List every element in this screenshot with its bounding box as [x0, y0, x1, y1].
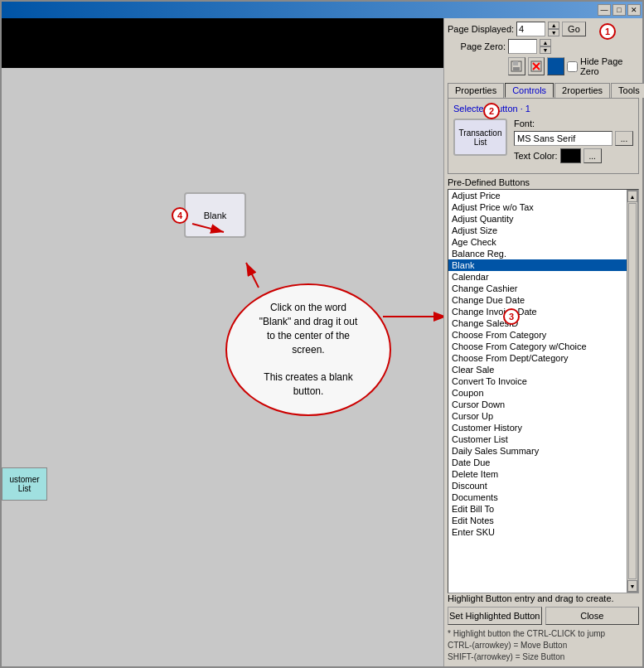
- list-item[interactable]: Edit Notes: [448, 515, 627, 526]
- list-item[interactable]: Discount: [448, 480, 627, 491]
- page-displayed-up[interactable]: ▲: [548, 22, 559, 29]
- hint-text: * Highlight button the CTRL-CLICK to jum…: [448, 628, 639, 663]
- list-item[interactable]: Change Due Date: [448, 294, 627, 306]
- page-zero-up[interactable]: ▲: [540, 39, 551, 46]
- list-item[interactable]: Adjust Price: [448, 190, 627, 201]
- list-item[interactable]: Coupon: [448, 387, 627, 399]
- main-area: ustomer List Blank Click on the word"Bla…: [2, 18, 642, 666]
- list-item[interactable]: Cursor Up: [448, 410, 627, 422]
- list-scrollbar[interactable]: ▲ ▼: [627, 190, 638, 593]
- list-item[interactable]: Documents: [448, 491, 627, 503]
- canvas-area: ustomer List Blank Click on the word"Bla…: [2, 18, 443, 666]
- hint-line-3: SHIFT-(arrowkey) = Size Button: [448, 651, 639, 663]
- page-displayed-spinners: ▲ ▼: [548, 22, 559, 36]
- list-item[interactable]: Change Invoice Date: [448, 306, 627, 317]
- hint-line-1: * Highlight button the CTRL-CLICK to jum…: [448, 628, 639, 640]
- maximize-button[interactable]: □: [613, 4, 626, 16]
- page-displayed-label: Page Displayed:: [448, 24, 514, 34]
- annotation-badge-4: 4: [172, 207, 188, 224]
- bottom-buttons: Set Highlighted Button Close: [448, 607, 639, 625]
- list-item[interactable]: Adjust Price w/o Tax: [448, 201, 627, 213]
- hint-line-2: CTRL-(arrowkey) = Move Button: [448, 640, 639, 651]
- selected-button-label: Selected Button · 1: [453, 104, 633, 114]
- svg-rect-6: [513, 67, 520, 70]
- text-color-swatch[interactable]: [560, 148, 581, 163]
- list-item[interactable]: Cursor Down: [448, 399, 627, 410]
- annotation-badge-2: 2: [483, 103, 500, 119]
- list-item[interactable]: Choose From Dept/Category: [448, 352, 627, 364]
- tab-cproperties[interactable]: 2roperties: [554, 83, 610, 98]
- blank-canvas-button[interactable]: Blank: [184, 192, 246, 238]
- hide-page-zero-row: Hide Page Zero: [567, 56, 639, 76]
- list-item[interactable]: Calendar: [448, 271, 627, 283]
- page-displayed-input[interactable]: 4: [516, 22, 545, 36]
- font-row: Font:: [514, 119, 633, 128]
- font-label: Font:: [514, 119, 535, 128]
- svg-rect-5: [513, 61, 518, 65]
- page-zero-input[interactable]: [508, 39, 537, 54]
- close-button[interactable]: Close: [545, 607, 640, 625]
- highlight-label: Highlight Button entry and drag to creat…: [448, 593, 639, 603]
- hide-page-zero-checkbox[interactable]: [567, 61, 578, 72]
- save-icon-button[interactable]: [508, 57, 525, 75]
- page-zero-spinners: ▲ ▼: [540, 39, 551, 54]
- circle-annotation: Click on the word"Blank" and drag it out…: [225, 283, 391, 416]
- list-item-blank[interactable]: Blank: [448, 259, 627, 271]
- list-item[interactable]: Change SalesID: [448, 317, 627, 329]
- predefined-list-container: Adjust Price Adjust Price w/o Tax Adjust…: [448, 189, 639, 593]
- tabs: Properties Controls 2roperties Tools: [448, 83, 639, 98]
- tab-properties[interactable]: Properties: [448, 83, 504, 98]
- list-item[interactable]: Customer List: [448, 433, 627, 445]
- scroll-thumb[interactable]: [628, 203, 637, 579]
- list-item[interactable]: Choose From Category: [448, 329, 627, 341]
- go-button[interactable]: Go: [562, 22, 586, 36]
- page-displayed-down[interactable]: ▼: [548, 29, 559, 36]
- list-item[interactable]: Convert To Invoice: [448, 375, 627, 387]
- list-item[interactable]: Delete Item: [448, 468, 627, 480]
- tab-tools[interactable]: Tools: [611, 83, 644, 98]
- minimize-button[interactable]: —: [598, 4, 611, 16]
- hide-page-zero-label: Hide Page Zero: [580, 56, 639, 76]
- list-item[interactable]: Adjust Size: [448, 225, 627, 236]
- title-bar: — □ ✕: [2, 2, 642, 18]
- set-highlighted-button[interactable]: Set Highlighted Button: [448, 607, 542, 625]
- list-item[interactable]: Customer History: [448, 422, 627, 433]
- list-item[interactable]: Change Cashier: [448, 283, 627, 294]
- black-bar: [2, 18, 443, 68]
- page-zero-label: Page Zero:: [448, 41, 506, 51]
- right-panel: Page Displayed: 4 ▲ ▼ Go Page Zero: ▲: [443, 18, 642, 666]
- list-item[interactable]: Choose From Category w/Choice: [448, 341, 627, 352]
- list-item[interactable]: Clear Sale: [448, 364, 627, 375]
- window-frame: — □ ✕ ustomer List Blank Click on the wo…: [0, 0, 644, 668]
- list-item[interactable]: Daily Sales Summary: [448, 445, 627, 457]
- list-item[interactable]: Balance Reg.: [448, 248, 627, 259]
- font-name-row: MS Sans Serif ...: [514, 131, 633, 146]
- text-color-picker-button[interactable]: ...: [583, 148, 602, 163]
- predefined-list[interactable]: Adjust Price Adjust Price w/o Tax Adjust…: [448, 190, 627, 593]
- font-picker-button[interactable]: ...: [615, 131, 633, 146]
- tab-controls[interactable]: Controls: [505, 83, 554, 98]
- font-section: Font: MS Sans Serif ... Text Color: ...: [514, 119, 633, 163]
- tab-content: Selected Button · 1 TransactionList Font…: [448, 98, 639, 174]
- delete-icon-button[interactable]: [528, 57, 545, 75]
- close-button[interactable]: ✕: [627, 4, 641, 16]
- text-color-label: Text Color:: [514, 151, 558, 161]
- icon-row: Hide Page Zero: [448, 56, 639, 76]
- annotation-badge-3: 3: [503, 308, 520, 325]
- list-item[interactable]: Date Due: [448, 457, 627, 468]
- list-item[interactable]: Adjust Quantity: [448, 213, 627, 225]
- button-preview: TransactionList: [453, 119, 507, 156]
- scroll-up-button[interactable]: ▲: [627, 191, 637, 202]
- page-zero-down[interactable]: ▼: [540, 46, 551, 54]
- button-preview-row: TransactionList Font: MS Sans Serif ...: [453, 119, 633, 163]
- scroll-down-button[interactable]: ▼: [627, 580, 637, 592]
- list-item[interactable]: Age Check: [448, 236, 627, 248]
- list-item[interactable]: Edit Bill To: [448, 503, 627, 515]
- page-zero-row: Page Zero: ▲ ▼: [448, 39, 639, 54]
- svg-line-2: [246, 263, 259, 288]
- blue-color-button[interactable]: [547, 57, 564, 75]
- list-item[interactable]: Enter SKU: [448, 526, 627, 538]
- annotation-badge-1: 1: [599, 23, 616, 40]
- customer-list-button[interactable]: ustomer List: [2, 467, 47, 501]
- text-color-row: Text Color: ...: [514, 148, 633, 163]
